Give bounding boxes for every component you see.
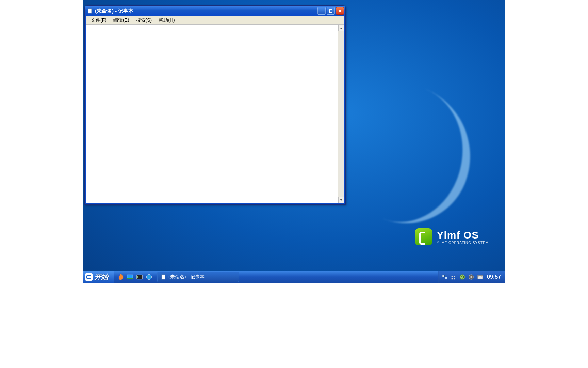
mail-icon[interactable] bbox=[477, 274, 484, 280]
show-desktop-icon[interactable] bbox=[126, 273, 134, 281]
browser-icon[interactable] bbox=[145, 273, 153, 281]
svg-rect-16 bbox=[442, 275, 444, 277]
start-label: 开始 bbox=[95, 272, 108, 281]
minimize-button[interactable] bbox=[317, 7, 326, 15]
menu-search[interactable]: 搜索(S) bbox=[133, 16, 156, 24]
taskbar: 开始 (未命名) - 记事本 bbox=[83, 271, 505, 283]
taskbar-clock[interactable]: 09:57 bbox=[486, 274, 502, 280]
menu-edit[interactable]: 编辑(E) bbox=[110, 16, 133, 24]
editor-area: ▲ ▼ bbox=[86, 25, 344, 203]
window-client-area: 文件(F) 编辑(E) 搜索(S) 帮助(H) ▲ ▼ bbox=[86, 16, 344, 203]
window-controls bbox=[317, 7, 344, 15]
svg-rect-18 bbox=[452, 276, 453, 277]
svg-rect-8 bbox=[127, 278, 133, 279]
start-logo-icon bbox=[85, 273, 93, 281]
volume-icon[interactable] bbox=[450, 274, 457, 280]
svg-rect-1 bbox=[89, 10, 91, 10]
firefox-icon[interactable] bbox=[116, 273, 125, 281]
vertical-scrollbar[interactable]: ▲ ▼ bbox=[338, 25, 344, 203]
update-icon[interactable] bbox=[459, 274, 466, 280]
svg-rect-2 bbox=[89, 11, 91, 11]
menu-help[interactable]: 帮助(H) bbox=[155, 16, 178, 24]
network-icon[interactable] bbox=[441, 274, 448, 280]
taskbar-items: (未命名) - 记事本 bbox=[156, 271, 438, 283]
ylmf-logo-icon bbox=[415, 228, 432, 245]
scroll-down-button[interactable]: ▼ bbox=[338, 197, 344, 203]
os-brand-name: Ylmf OS bbox=[437, 229, 489, 241]
svg-rect-4 bbox=[320, 12, 323, 12]
svg-rect-15 bbox=[162, 277, 164, 277]
menubar: 文件(F) 编辑(E) 搜索(S) 帮助(H) bbox=[86, 16, 344, 25]
start-button[interactable]: 开始 bbox=[83, 271, 114, 283]
taskbar-item-notepad[interactable]: (未命名) - 记事本 bbox=[157, 272, 239, 282]
text-editor[interactable] bbox=[86, 25, 338, 203]
quick-launch bbox=[114, 271, 156, 283]
notepad-window: (未命名) - 记事本 文件(F) 编辑(E) 搜索(S) 帮助(H) bbox=[84, 5, 346, 205]
wallpaper-decoration bbox=[331, 71, 492, 242]
close-button[interactable] bbox=[336, 7, 344, 15]
maximize-button[interactable] bbox=[327, 7, 335, 15]
power-icon[interactable] bbox=[468, 274, 475, 280]
notepad-app-icon bbox=[87, 8, 93, 14]
taskbar-item-label: (未命名) - 记事本 bbox=[168, 274, 205, 280]
desktop: Ylmf OS YLMF OPERATING SYSTEM (未命名) - 记事… bbox=[83, 0, 505, 283]
svg-rect-3 bbox=[89, 12, 91, 12]
titlebar[interactable]: (未命名) - 记事本 bbox=[85, 6, 345, 16]
svg-point-22 bbox=[460, 274, 465, 279]
svg-rect-21 bbox=[454, 278, 455, 279]
svg-rect-5 bbox=[329, 10, 332, 12]
scroll-up-button[interactable]: ▲ bbox=[338, 25, 344, 31]
svg-rect-17 bbox=[445, 277, 447, 279]
os-brand-tagline: YLMF OPERATING SYSTEM bbox=[437, 241, 489, 245]
os-brand: Ylmf OS YLMF OPERATING SYSTEM bbox=[415, 228, 489, 245]
window-title: (未命名) - 记事本 bbox=[95, 8, 317, 14]
notepad-app-icon bbox=[161, 274, 166, 280]
system-tray: 09:57 bbox=[438, 271, 505, 283]
svg-rect-9 bbox=[137, 275, 143, 279]
menu-file[interactable]: 文件(F) bbox=[87, 16, 110, 24]
svg-rect-20 bbox=[452, 278, 453, 279]
svg-rect-19 bbox=[454, 276, 455, 277]
terminal-icon[interactable] bbox=[135, 273, 144, 281]
svg-rect-14 bbox=[162, 276, 164, 276]
svg-point-24 bbox=[470, 276, 472, 278]
